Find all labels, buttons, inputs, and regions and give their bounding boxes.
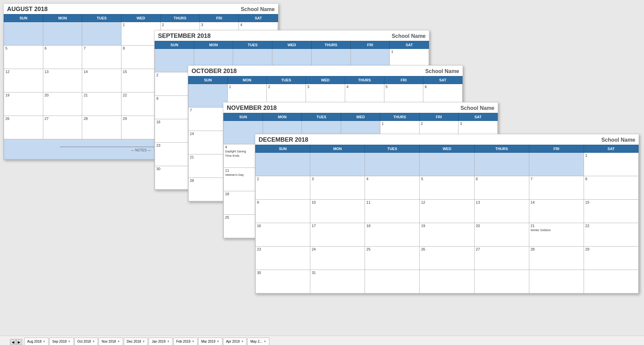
tab-mar2019[interactable]: Mar 2019 ▼ [198, 338, 222, 345]
tab-oct2018-arrow: ▼ [92, 340, 95, 343]
december-school: School Name [601, 137, 635, 143]
tab-feb2019[interactable]: Feb 2019 ▼ [173, 338, 198, 345]
october-school: School Name [425, 68, 459, 74]
table-row [43, 22, 82, 46]
table-row: 7 [82, 46, 121, 69]
table-row [310, 153, 365, 176]
tab-dec2018-arrow: ▼ [143, 340, 145, 343]
table-row: 6 [43, 46, 82, 69]
table-row: 1 [584, 153, 638, 176]
table-row [4, 22, 43, 46]
tab-prev-btn[interactable]: ◀ [10, 339, 16, 345]
october-title: OCTOBER 2018 [192, 68, 237, 75]
table-row: 20 [474, 223, 529, 247]
table-row: 30 [256, 270, 310, 293]
sep-col-sun: SUN [155, 41, 194, 49]
sep-col-fri: FRI [351, 41, 390, 49]
tab-next-btn[interactable]: ▶ [16, 339, 22, 345]
table-row [529, 270, 584, 293]
table-row: 7 [189, 108, 228, 131]
oct-col-wed: WED [306, 76, 345, 84]
table-row: 3 [310, 176, 365, 200]
table-row: 20 [43, 92, 82, 116]
tab-dec2018-label: Dec 2018 [127, 340, 141, 343]
table-row: 12 [420, 200, 474, 223]
nov-col-tue: TUES [302, 113, 341, 121]
tab-nov2018[interactable]: Nov 2018 ▼ [99, 338, 123, 345]
december-header: DECEMBER 2018 School Name [255, 134, 639, 145]
tab-dec2018[interactable]: Dec 2018 ▼ [124, 338, 148, 345]
aug-col-tue: TUES [82, 14, 121, 22]
oct-col-sat: SAT [423, 76, 463, 84]
tab-apr2019-label: Apr 2019 [226, 340, 240, 343]
table-row: 23 [256, 247, 310, 270]
table-row: 28 [189, 178, 228, 201]
tab-sep2018-arrow: ▼ [68, 340, 71, 343]
august-header: AUGUST 2018 School Name [4, 4, 278, 14]
table-row [189, 84, 228, 108]
tab-nov2018-label: Nov 2018 [102, 340, 116, 343]
table-row: 24 [310, 247, 365, 270]
table-row: 21Winter Solstice [529, 223, 584, 247]
sep-col-thu: THURS [311, 41, 351, 49]
dec-col-thu: THURS [474, 145, 529, 153]
nov-col-fri: FRI [419, 113, 459, 121]
october-header: OCTOBER 2018 School Name [188, 66, 463, 76]
sep-col-mon: MON [194, 41, 233, 49]
aug-col-wed: WED [121, 14, 161, 22]
table-row: 5 [4, 46, 43, 69]
table-row: 26 [420, 247, 474, 270]
december-title: DECEMBER 2018 [259, 136, 308, 143]
nov-col-sun: SUN [224, 113, 263, 121]
aug-col-sat: SAT [239, 14, 278, 22]
table-row: 27 [474, 247, 529, 270]
table-row: 14 [82, 69, 121, 92]
table-row: 17 [310, 223, 365, 247]
tab-jan2019-arrow: ▼ [167, 340, 170, 343]
table-row: 31 [310, 270, 365, 293]
sep-col-tue: TUES [233, 41, 272, 49]
oct-col-sun: SUN [189, 76, 228, 84]
table-row: 6 [474, 176, 529, 200]
tab-apr2019[interactable]: Apr 2019 ▼ [223, 338, 247, 345]
tab-oct2018-label: Oct 2018 [77, 340, 91, 343]
table-row [420, 270, 474, 293]
table-row: 16 [256, 223, 310, 247]
table-row: 14 [189, 131, 228, 154]
dec-col-sun: SUN [256, 145, 310, 153]
table-row: 26 [4, 116, 43, 139]
tab-mar2019-arrow: ▼ [217, 340, 219, 343]
table-row: 4 [365, 176, 420, 200]
table-row: 2 [256, 176, 310, 200]
table-row: 13 [474, 200, 529, 223]
table-row: 5 [420, 176, 474, 200]
dec-col-wed: WED [420, 145, 474, 153]
table-row [365, 153, 420, 176]
tab-aug2018-label: Aug 2018 [27, 340, 42, 343]
table-row [529, 153, 584, 176]
tab-feb2019-arrow: ▼ [192, 340, 195, 343]
tab-sep2018[interactable]: Sep 2018 ▼ [49, 338, 74, 345]
table-row: 8 [584, 176, 638, 200]
november-school: School Name [461, 105, 494, 111]
table-row: 28 [529, 247, 584, 270]
table-row [256, 153, 310, 176]
oct-col-tue: TUES [267, 76, 306, 84]
table-row: 9 [256, 200, 310, 223]
oct-col-thu: THURS [345, 76, 384, 84]
september-school: School Name [392, 33, 426, 39]
august-title: AUGUST 2018 [7, 6, 48, 13]
table-row: 10 [310, 200, 365, 223]
tab-may2019[interactable]: May 2... ▼ [247, 338, 269, 345]
table-row: 7 [529, 176, 584, 200]
table-row [82, 22, 121, 46]
tab-jan2019[interactable]: Jan 2019 ▼ [149, 338, 172, 345]
oct-col-mon: MON [227, 76, 267, 84]
tab-navigation[interactable]: ◀ ▶ [10, 339, 22, 345]
tab-mar2019-label: Mar 2019 [201, 340, 215, 343]
table-row: 19 [420, 223, 474, 247]
tab-aug2018[interactable]: Aug 2018 ▼ [24, 338, 49, 345]
tab-oct2018[interactable]: Oct 2018 ▼ [74, 338, 98, 345]
november-header: NOVEMBER 2018 School Name [223, 102, 498, 113]
december-grid: SUN MON TUES WED THURS FRI SAT 1 2 3 [255, 145, 639, 293]
